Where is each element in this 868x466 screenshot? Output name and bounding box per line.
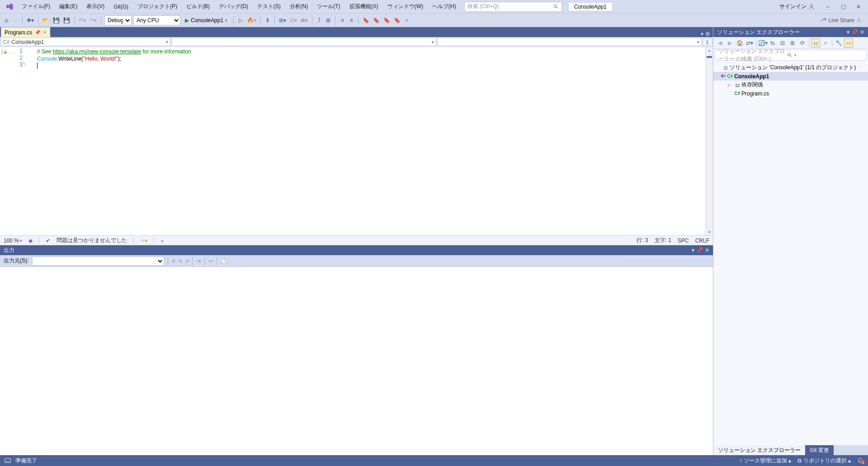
split-editor[interactable]: ⫿	[703, 38, 712, 46]
out-clear[interactable]: 🕐	[221, 258, 227, 264]
config-select[interactable]: Debug	[104, 15, 132, 25]
bm-prev[interactable]: 🔖	[372, 15, 381, 25]
menu-extensions[interactable]: 拡張機能(X)	[345, 1, 383, 12]
tab-program-cs[interactable]: Program.cs 📌 ✕	[1, 27, 50, 37]
tab-settings-icon[interactable]: ⚙	[705, 31, 710, 37]
source-control-button[interactable]: ↑ ソース管理に追加 ▴	[740, 457, 792, 465]
sln-pin[interactable]: 📌	[851, 29, 858, 35]
bm-clear[interactable]: 🔖	[393, 15, 401, 25]
out-ico-3[interactable]: ≡	[185, 258, 189, 264]
output-icon[interactable]	[5, 457, 11, 464]
menu-project[interactable]: プロジェクト(P)	[133, 1, 182, 12]
indent-less[interactable]: ≡	[339, 15, 346, 25]
project-context[interactable]: C# ConsoleApp1	[0, 38, 170, 46]
solution-search[interactable]: ソリューション エクスプローラー の検索 (Ctrl+:) ▾	[715, 50, 866, 61]
menu-view[interactable]: 表示(V)	[82, 1, 109, 12]
solution-tree[interactable]: ⧉ ソリューション 'ConsoleApp1' (1/1 のプロジェクト) �ল…	[713, 62, 868, 445]
close-icon[interactable]: ✕	[43, 30, 47, 35]
undo[interactable]: ↶▾	[78, 15, 87, 25]
save-all[interactable]: 💾	[62, 15, 71, 25]
run-button[interactable]: ▶ ConsoleApp1 ▾	[182, 17, 230, 24]
nav-fwd[interactable]: →	[12, 15, 19, 25]
open-file[interactable]: 📂	[42, 15, 50, 25]
repo-select-button[interactable]: ⧉ リポジトリの選択 ▴	[797, 457, 851, 465]
save[interactable]: 💾	[52, 15, 61, 25]
signin-button[interactable]: サインイン	[779, 3, 815, 10]
member-context[interactable]	[437, 38, 702, 46]
tab-git-changes[interactable]: Git 変更	[805, 445, 834, 455]
menu-analyze[interactable]: 分析(N)	[285, 1, 313, 12]
notifications-button[interactable]: 1	[857, 457, 863, 464]
menu-file[interactable]: ファイル(F)	[17, 1, 55, 12]
pin-icon[interactable]: 📌	[35, 30, 40, 35]
menu-help[interactable]: ヘルプ(H)	[428, 1, 461, 12]
sln-properties[interactable]: 🔧	[834, 38, 843, 48]
menu-tools[interactable]: ツール(T)	[312, 1, 344, 12]
sln-sync[interactable]: 🔄▾	[758, 38, 767, 48]
output-pin[interactable]: 📌	[696, 247, 703, 253]
window-close[interactable]: ✕	[851, 2, 866, 12]
tree-project-node[interactable]: �ল C# ConsoleApp1	[713, 72, 868, 81]
code-editor[interactable]: {🔒 1 2 3 ✎ // See https://aka.ms/new-con…	[0, 47, 713, 235]
sln-home[interactable]: 🏠	[735, 38, 744, 48]
out-wrap[interactable]: ↩	[208, 258, 213, 264]
window-minimize[interactable]: ─	[820, 2, 835, 12]
sln-view-b[interactable]: ▾	[821, 38, 830, 48]
window-maximize[interactable]: ▢	[835, 2, 851, 12]
liveshare-button[interactable]: Live Share	[817, 17, 865, 24]
tb-b[interactable]: ⊟▾	[289, 15, 298, 25]
output-menu[interactable]: ▾	[692, 247, 694, 253]
sln-menu[interactable]: ▾	[847, 29, 849, 35]
tree-deps-node[interactable]: ▷ ⚏ 依存関係	[713, 81, 868, 89]
tab-overflow[interactable]: ▾	[701, 31, 703, 37]
sln-collapse[interactable]: ⊟	[778, 38, 787, 48]
nav-prev[interactable]: ◂	[160, 238, 163, 244]
bookmark[interactable]: 🔖	[362, 15, 370, 25]
tab-solution-explorer[interactable]: ソリューション エクスプローラー	[713, 445, 805, 455]
run-no-debug[interactable]: ▷	[237, 15, 244, 25]
menu-window[interactable]: ウィンドウ(W)	[383, 1, 428, 12]
error-lens-icon[interactable]: ◆	[28, 238, 33, 244]
nav-back[interactable]: ◉	[3, 15, 10, 25]
line-ending[interactable]: CRLF	[695, 238, 709, 244]
output-source-select[interactable]	[32, 257, 164, 266]
sln-refresh[interactable]: ⟳	[798, 38, 807, 48]
menu-build[interactable]: ビルド(B)	[182, 1, 214, 12]
search-box[interactable]: 検索 (Ctrl+Q)	[464, 2, 562, 12]
bm-next[interactable]: 🔖	[382, 15, 391, 25]
sln-switch[interactable]: ⇄▾	[745, 38, 754, 48]
project-pill[interactable]: ConsoleApp1	[568, 2, 613, 11]
sln-preview[interactable]: ▭	[844, 38, 853, 48]
out-ico-2[interactable]: ≡	[179, 258, 182, 264]
sln-close[interactable]: ✕	[860, 29, 864, 35]
menu-git[interactable]: Git(G)	[109, 2, 133, 12]
sln-back[interactable]: ◀	[715, 38, 724, 48]
sln-filter[interactable]: ⇆	[768, 38, 777, 48]
menu-edit[interactable]: 編集(E)	[55, 1, 82, 12]
output-close[interactable]: ✕	[705, 247, 709, 253]
tb-c[interactable]: abc	[300, 15, 309, 25]
tb-a[interactable]: ⊞▾	[278, 15, 287, 25]
hot-reload[interactable]: 🔥▾	[246, 15, 257, 25]
platform-select[interactable]: Any CPU	[133, 15, 180, 25]
menu-debug[interactable]: デバッグ(D)	[214, 1, 253, 12]
step-into[interactable]: ⬇	[264, 15, 271, 25]
tb-d[interactable]: ⤴	[316, 15, 323, 25]
code-content[interactable]: // See https://aka.ms/new-console-templa…	[32, 47, 705, 235]
sln-showall[interactable]: ⊞	[788, 38, 797, 48]
zoom-level[interactable]: 100 %▾	[4, 238, 22, 244]
tree-solution-node[interactable]: ⧉ ソリューション 'ConsoleApp1' (1/1 のプロジェクト)	[713, 63, 868, 72]
new-item[interactable]: ✚▾	[26, 15, 35, 25]
out-ico-1[interactable]: ≡	[172, 258, 175, 264]
tb-overflow[interactable]: ▾	[403, 15, 410, 25]
cursor-line[interactable]: 行: 3	[637, 237, 648, 244]
sln-fwd[interactable]: ▶	[725, 38, 734, 48]
type-context[interactable]	[171, 38, 436, 46]
menu-test[interactable]: テスト(S)	[253, 1, 285, 12]
cursor-col[interactable]: 文字: 1	[655, 237, 671, 244]
indent-more[interactable]: ≡	[348, 15, 355, 25]
vertical-scrollbar[interactable]: ▴ ▾	[705, 47, 713, 235]
redo[interactable]: ↷▾	[89, 15, 98, 25]
output-body[interactable]	[0, 267, 713, 455]
sln-view-a[interactable]: ⚏	[811, 38, 820, 48]
